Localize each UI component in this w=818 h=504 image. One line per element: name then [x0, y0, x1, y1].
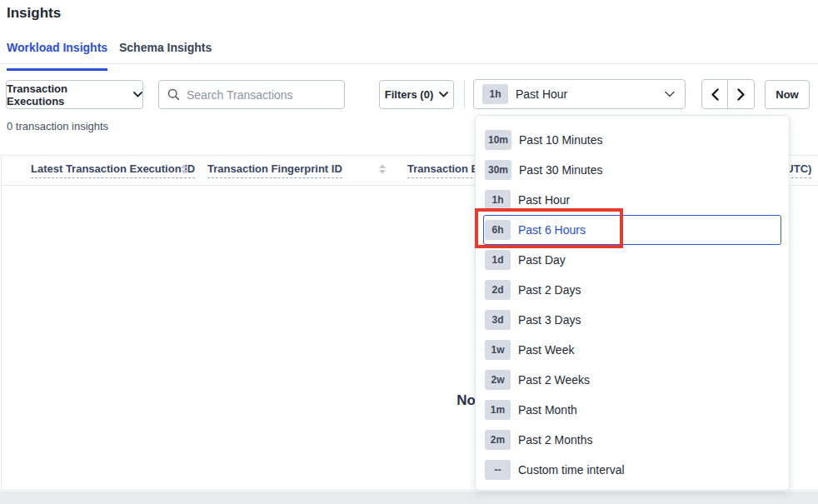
time-option-badge: 3d	[485, 310, 511, 330]
time-option-past-6-hours[interactable]: 6h Past 6 Hours	[483, 215, 781, 245]
time-option-badge: 2d	[485, 280, 511, 300]
time-option-label: Past 2 Months	[518, 433, 593, 447]
filters-label: Filters (0)	[385, 88, 434, 101]
execution-type-select[interactable]: Transaction Executions	[6, 80, 143, 109]
column-header-transaction-fingerprint-id[interactable]: Transaction Fingerprint ID	[207, 162, 342, 178]
time-option-label: Past 10 Minutes	[519, 133, 602, 147]
chevron-down-icon	[133, 92, 142, 97]
time-option-badge: 30m	[485, 160, 511, 180]
sort-icon[interactable]	[379, 164, 386, 174]
chevron-down-icon	[439, 92, 448, 97]
sort-icon[interactable]	[181, 164, 187, 174]
time-interval-dropdown: 10m Past 10 Minutes 30m Past 30 Minutes …	[475, 115, 790, 491]
prev-range-button[interactable]	[702, 80, 728, 108]
insights-page: Insights Workload Insights Schema Insigh…	[0, 0, 818, 504]
time-option-label: Past 2 Weeks	[518, 373, 590, 387]
time-option-badge: 1w	[485, 340, 511, 360]
now-button[interactable]: Now	[765, 80, 810, 109]
next-range-button[interactable]	[728, 80, 754, 108]
time-range-button[interactable]: 1h Past Hour	[473, 79, 686, 109]
time-range-label: Past Hour	[516, 87, 665, 101]
column-header-latest-transaction-execution-id[interactable]: Latest Transaction Execution ID	[31, 162, 195, 178]
time-option-badge: 2w	[485, 370, 511, 390]
time-option-badge: 1h	[485, 190, 511, 210]
time-option-label: Past 30 Minutes	[519, 163, 602, 177]
time-option-label: Past 6 Hours	[518, 223, 586, 237]
time-range-badge: 1h	[482, 84, 508, 104]
insights-count: 0 transaction insights	[7, 120, 108, 132]
time-option-label: Past 2 Days	[518, 283, 581, 297]
time-option-badge: 1m	[485, 400, 511, 420]
time-option-past-day[interactable]: 1d Past Day	[483, 245, 781, 275]
time-option-label: Past 3 Days	[518, 313, 581, 327]
time-option-badge: 2m	[485, 430, 511, 450]
time-option-past-2-days[interactable]: 2d Past 2 Days	[483, 275, 781, 305]
time-option-label: Past Week	[518, 343, 574, 357]
time-option-label: Custom time interval	[518, 463, 625, 477]
time-option-past-2-weeks[interactable]: 2w Past 2 Weeks	[483, 365, 781, 395]
search-box	[158, 80, 345, 109]
time-option-badge: 6h	[485, 220, 511, 240]
page-title: Insights	[7, 5, 61, 22]
time-option-custom-interval[interactable]: -- Custom time interval	[483, 455, 781, 485]
toolbar-divider	[464, 81, 465, 108]
tab-workload-insights[interactable]: Workload Insights	[7, 41, 107, 71]
tab-schema-insights[interactable]: Schema Insights	[119, 41, 212, 71]
time-option-label: Past Month	[518, 403, 577, 417]
time-option-past-month[interactable]: 1m Past Month	[483, 395, 781, 425]
time-option-past-3-days[interactable]: 3d Past 3 Days	[483, 305, 781, 335]
time-option-badge: 1d	[485, 250, 511, 270]
time-option-past-week[interactable]: 1w Past Week	[483, 335, 781, 365]
time-option-past-30-minutes[interactable]: 30m Past 30 Minutes	[483, 155, 781, 185]
time-option-past-10-minutes[interactable]: 10m Past 10 Minutes	[483, 125, 781, 155]
filters-button[interactable]: Filters (0)	[379, 80, 454, 109]
time-nav-arrows	[701, 79, 755, 109]
time-option-past-2-months[interactable]: 2m Past 2 Months	[483, 425, 781, 455]
time-option-past-hour[interactable]: 1h Past Hour	[483, 185, 781, 215]
time-option-label: Past Day	[518, 253, 566, 267]
time-option-badge: 10m	[485, 130, 511, 150]
search-input[interactable]	[187, 88, 337, 102]
time-option-label: Past Hour	[518, 193, 570, 207]
page-footer-background	[0, 492, 818, 504]
chevron-down-icon	[665, 91, 675, 97]
time-option-badge: --	[485, 460, 511, 480]
execution-type-label: Transaction Executions	[7, 82, 127, 107]
search-icon	[167, 88, 180, 101]
